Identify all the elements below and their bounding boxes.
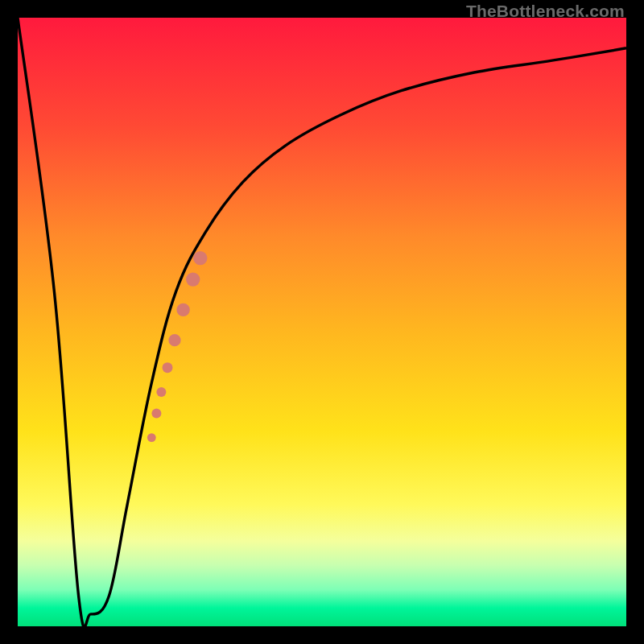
curve-marker (163, 362, 173, 373)
curve-marker (147, 433, 156, 442)
curve-marker (176, 303, 189, 316)
curve-layer (18, 18, 626, 626)
curve-marker (168, 334, 180, 346)
chart-frame: TheBottleneck.com (0, 0, 644, 644)
bottleneck-curve-path (18, 18, 626, 626)
curve-marker (151, 408, 161, 418)
plot-area (18, 18, 626, 626)
curve-marker (156, 387, 166, 397)
watermark-text: TheBottleneck.com (466, 2, 625, 21)
bottleneck-curve-svg (18, 18, 626, 626)
marker-layer (147, 251, 208, 442)
curve-marker (186, 272, 200, 286)
curve-marker (193, 251, 207, 265)
